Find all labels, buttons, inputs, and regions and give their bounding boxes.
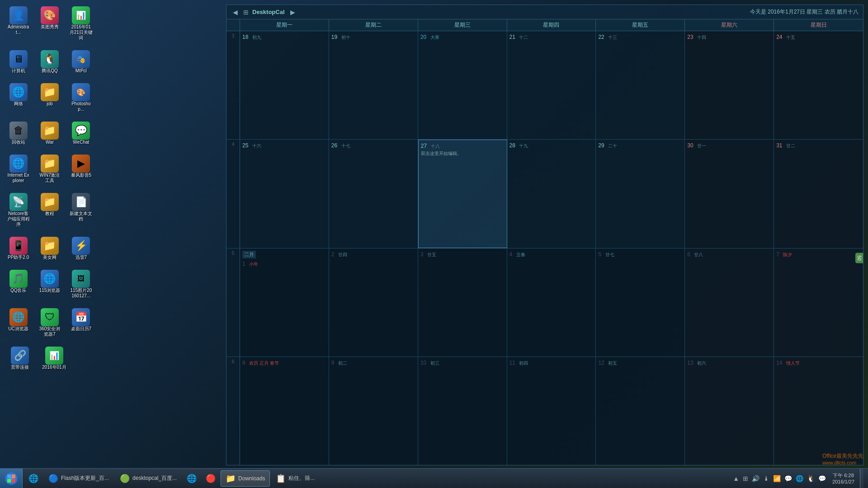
side-scroll-indicator[interactable]: 50 xyxy=(855,253,863,263)
day-feb7[interactable]: 7 除夕 xyxy=(774,249,863,357)
desktop-icon-115pic[interactable]: 🖼 115图片20160127... xyxy=(67,268,95,300)
day-feb14[interactable]: 14 情人节 xyxy=(774,357,863,465)
taskbar-red-item[interactable]: 🔴 xyxy=(202,470,220,487)
volume-icon[interactable]: 🔊 xyxy=(751,474,760,483)
icon-img-textfile: 📄 xyxy=(72,193,90,211)
desktop-icon-qqmusic[interactable]: 🎵 QQ音乐 xyxy=(5,268,32,300)
dow-monday: 星期一 xyxy=(240,19,329,31)
desktop-icon-job[interactable]: 📁 job xyxy=(36,81,63,114)
day-number-feb4: 4 xyxy=(509,251,513,258)
day-feb6[interactable]: 6 廿八 xyxy=(685,249,774,357)
desktop-icon-tutorial[interactable]: 📁 教程 xyxy=(36,191,63,229)
taskbar-clipboard-item[interactable]: 📋 粘住、筛... xyxy=(271,470,320,487)
day-jan24[interactable]: 24 十五 xyxy=(774,31,863,139)
day-number-feb7: 7 xyxy=(776,251,779,258)
icon-label-wechat: WeChat xyxy=(73,140,89,145)
desktop-icon-network[interactable]: 🌐 网络 xyxy=(5,81,32,114)
desktop-icon-115browser[interactable]: 🌐 115浏览器 xyxy=(36,268,63,300)
desktop-icon-storm[interactable]: ▶ 暴风影音5 xyxy=(67,153,95,185)
desktop-icon-wechat[interactable]: 💬 WeChat xyxy=(67,120,95,147)
im-icon[interactable]: 💬 xyxy=(783,474,793,483)
desktop-icon-thunder[interactable]: ⚡ 迅雷7 xyxy=(67,235,95,262)
day-jan27-today[interactable]: 27 十八 双击这里开始编辑。 xyxy=(418,140,507,248)
day-feb4[interactable]: 4 立春 xyxy=(507,249,596,357)
icon-img-broadband: 🔗 xyxy=(11,347,29,365)
desktop-icon-meitu[interactable]: 🎨 美图秀秀 xyxy=(36,5,63,42)
desktop-icon-administrator[interactable]: 👤 Administrat... xyxy=(5,5,32,42)
calendar-header: ◀ ⊞ DesktopCal ▶ 今天是 2016年1月27日 星期三 农历 腊… xyxy=(226,5,863,19)
desktop-icon-netcore[interactable]: 📡 Netcore客户端应用程序 xyxy=(5,191,32,229)
day-feb12[interactable]: 12 初五 xyxy=(596,357,685,465)
icon-img-ie: 🌐 xyxy=(9,155,28,173)
tray-icons-area: ▲ ⊞ 🔊 🌡 📶 💬 🌐 🐧 💬 xyxy=(732,474,827,483)
desktop-icon-recycle[interactable]: 🗑 回收站 xyxy=(5,120,32,147)
day-jan29[interactable]: 29 二十 xyxy=(596,140,685,248)
day-jan22[interactable]: 22 十三 xyxy=(596,31,685,139)
day-feb5[interactable]: 5 廿七 xyxy=(596,249,685,357)
desktop-icon-excel[interactable]: 📊 2016年01月21日关键词 xyxy=(67,5,95,42)
next-month-button[interactable]: ▶ xyxy=(288,9,297,16)
desktop-icon-photoshop[interactable]: 🎨 Photoshop... xyxy=(67,81,95,114)
desktop-icon-ie[interactable]: 🌐 Internet Explorer xyxy=(5,153,32,185)
show-hidden-icons-button[interactable]: ▲ xyxy=(732,474,740,483)
day-jan18[interactable]: 18 初九 xyxy=(240,31,329,139)
desktop-icon-pp[interactable]: 📱 PP助手2.0 xyxy=(5,235,32,262)
desktop-icon-win7tool[interactable]: 📁 WIN7激活工具 xyxy=(36,153,63,185)
qq-tray-icon[interactable]: 🐧 xyxy=(806,474,816,483)
clock-area[interactable]: 下午 6:28 2016/1/27 xyxy=(830,472,857,484)
desktop-icon-war[interactable]: 📁 War xyxy=(36,120,63,147)
day-jan25[interactable]: 25 十六 xyxy=(240,140,329,248)
dow-thursday: 星期四 xyxy=(507,19,596,31)
day-feb10[interactable]: 10 初三 xyxy=(418,357,507,465)
day-feb13[interactable]: 13 初六 xyxy=(685,357,774,465)
globe-icon[interactable]: 🌐 xyxy=(795,474,804,483)
prev-month-button[interactable]: ◀ xyxy=(231,9,240,16)
icon-label-excel2: 2016年01月 xyxy=(42,365,66,370)
network-icon[interactable]: 📶 xyxy=(772,474,782,483)
icon-img-computer: 🖥 xyxy=(9,50,28,68)
icon-img-mtpcl: 🎭 xyxy=(72,50,90,68)
taskbar-flash-item[interactable]: 🔵 Flash版本更新_百... xyxy=(43,470,114,487)
desktop-icon-beauty[interactable]: 📁 美女网 xyxy=(36,235,63,262)
day-jan28[interactable]: 28 十九 xyxy=(507,140,596,248)
day-jan31[interactable]: 31 廿二 xyxy=(774,140,863,248)
desktop-icon-computer[interactable]: 🖥 计算机 xyxy=(5,48,32,75)
wechat-tray-icon[interactable]: 💬 xyxy=(817,474,827,483)
day-feb3[interactable]: 3 廿五 xyxy=(418,249,507,357)
start-button[interactable] xyxy=(0,469,23,488)
taskbar-downloads-item[interactable]: 📁 Downloads xyxy=(221,470,270,487)
taskbar-desktopCal-item[interactable]: 🟢 desktopcal_百度... xyxy=(115,470,182,487)
day-jan23[interactable]: 23 十四 xyxy=(685,31,774,139)
desktop-icon-360[interactable]: 🛡 360安全浏览器7 xyxy=(36,306,63,339)
desktop-icon-broadband[interactable]: 🔗 宽带连接 xyxy=(5,345,35,372)
icon-label-computer: 计算机 xyxy=(12,68,25,74)
week-row-4: 4 25 十六 26 十七 27 十八 双击这里开始编辑。 28 十九 xyxy=(226,140,863,248)
day-feb9[interactable]: 9 初二 xyxy=(329,357,418,465)
icon-img-netcore: 📡 xyxy=(9,193,28,211)
desktop-icon-textfile[interactable]: 📄 新建文本文档 xyxy=(67,191,95,229)
day-feb2[interactable]: 2 廿四 xyxy=(329,249,418,357)
icon-img-qqmusic: 🎵 xyxy=(9,270,28,288)
icon-row-9: 🔗 宽带连接 📊 2016年01月 xyxy=(5,345,95,372)
day-feb8[interactable]: 8 农历 正月 春节 xyxy=(240,357,329,465)
day-number-feb6: 6 xyxy=(687,251,690,258)
day-jan26[interactable]: 26 十七 xyxy=(329,140,418,248)
taskbar-browser-item[interactable]: 🌐 xyxy=(183,470,201,487)
day-jan19[interactable]: 19 初十 xyxy=(329,31,418,139)
desktop-icon-qq[interactable]: 🐧 腾讯QQ xyxy=(36,48,63,75)
day-jan21[interactable]: 21 十二 xyxy=(507,31,596,139)
day-jan20[interactable]: 20 大寒 xyxy=(418,31,507,139)
desktop-icon-mtpcl[interactable]: 🎭 MtPcl xyxy=(67,48,95,75)
icon-img-qq: 🐧 xyxy=(41,50,59,68)
desktop-icon-desktopCal[interactable]: 📅 桌面日历7 xyxy=(67,306,95,339)
desktop-icon-uc[interactable]: 🌐 UC浏览器 xyxy=(5,306,32,339)
icon-img-excel2: 📊 xyxy=(45,347,63,365)
show-desktop-button[interactable] xyxy=(860,469,863,488)
day-feb1[interactable]: 二月 1 小年 xyxy=(240,249,329,357)
day-feb11[interactable]: 11 初四 xyxy=(507,357,596,465)
taskbar-quick-ie[interactable]: 🌐 xyxy=(24,470,42,487)
day-jan30[interactable]: 30 廿一 xyxy=(685,140,774,248)
desktop-icon-excel2[interactable]: 📊 2016年01月 xyxy=(39,345,70,372)
icon-row-4: 🌐 Internet Explorer 📁 WIN7激活工具 ▶ 暴风影音5 xyxy=(5,153,95,185)
day-number-feb8: 8 xyxy=(242,360,245,366)
